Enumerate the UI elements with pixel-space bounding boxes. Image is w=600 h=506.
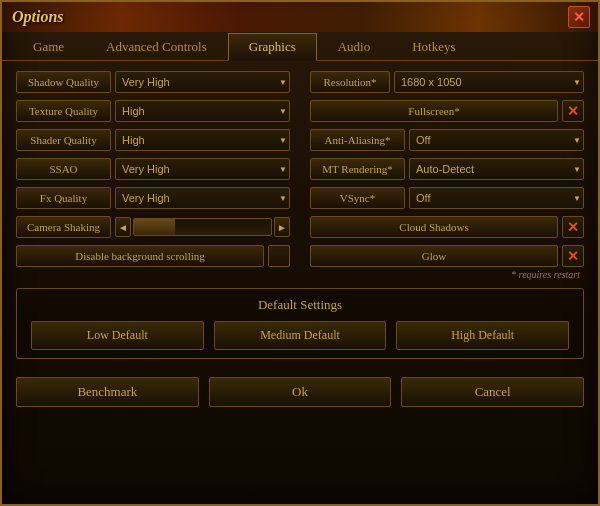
default-settings-title: Default Settings	[31, 297, 569, 313]
mt-rendering-select[interactable]: Auto-Detect	[409, 158, 584, 180]
anti-aliasing-select[interactable]: Off	[409, 129, 584, 151]
fx-quality-label: Fx Quality	[16, 187, 111, 209]
resolution-wrapper: 1680 x 1050	[394, 71, 584, 93]
slider-right-arrow[interactable]: ►	[274, 217, 290, 237]
shadow-quality-wrapper: Very High	[115, 71, 290, 93]
shader-quality-wrapper: High	[115, 129, 290, 151]
fx-quality-select[interactable]: Very High	[115, 187, 290, 209]
low-default-button[interactable]: Low Default	[31, 321, 204, 350]
bottom-buttons: Benchmark Ok Cancel	[2, 369, 598, 417]
anti-aliasing-row: Anti-Aliasing* Off	[310, 129, 584, 151]
anti-aliasing-label: Anti-Aliasing*	[310, 129, 405, 151]
glow-checkbox[interactable]: ✕	[562, 245, 584, 267]
tab-game[interactable]: Game	[12, 33, 85, 61]
bg-scrolling-label: Disable background scrolling	[16, 245, 264, 267]
ssao-select[interactable]: Very High	[115, 158, 290, 180]
mt-rendering-label: MT Rendering*	[310, 158, 405, 180]
settings-right-col: Resolution* 1680 x 1050 Fullscreen* ✕ An…	[310, 71, 584, 267]
bg-scrolling-checkbox[interactable]	[268, 245, 290, 267]
resolution-row: Resolution* 1680 x 1050	[310, 71, 584, 93]
default-buttons: Low Default Medium Default High Default	[31, 321, 569, 350]
default-settings-section: Default Settings Low Default Medium Defa…	[16, 288, 584, 359]
texture-quality-wrapper: High	[115, 100, 290, 122]
options-window: Options ✕ Game Advanced Controls Graphic…	[0, 0, 600, 506]
ssao-row: SSAO Very High	[16, 158, 290, 180]
high-default-button[interactable]: High Default	[396, 321, 569, 350]
texture-quality-select[interactable]: High	[115, 100, 290, 122]
anti-aliasing-wrapper: Off	[409, 129, 584, 151]
glow-row: Glow ✕	[310, 245, 584, 267]
resolution-select[interactable]: 1680 x 1050	[394, 71, 584, 93]
requires-restart-note: * requires restart	[16, 269, 584, 280]
camera-shaking-slider-wrapper: ◄ ►	[115, 217, 290, 237]
vsync-label: VSync*	[310, 187, 405, 209]
texture-quality-row: Texture Quality High	[16, 100, 290, 122]
vsync-wrapper: Off	[409, 187, 584, 209]
mt-rendering-row: MT Rendering* Auto-Detect	[310, 158, 584, 180]
settings-left-col: Shadow Quality Very High Texture Quality…	[16, 71, 290, 267]
medium-default-button[interactable]: Medium Default	[214, 321, 387, 350]
tab-hotkeys[interactable]: Hotkeys	[391, 33, 476, 61]
ssao-label: SSAO	[16, 158, 111, 180]
cancel-button[interactable]: Cancel	[401, 377, 584, 407]
settings-grid: Shadow Quality Very High Texture Quality…	[16, 71, 584, 267]
mt-rendering-wrapper: Auto-Detect	[409, 158, 584, 180]
camera-shaking-label: Camera Shaking	[16, 216, 111, 238]
tab-graphics[interactable]: Graphics	[228, 33, 317, 61]
window-title: Options	[12, 8, 64, 26]
shader-quality-row: Shader Quality High	[16, 129, 290, 151]
camera-shaking-row: Camera Shaking ◄ ►	[16, 216, 290, 238]
shadow-quality-label: Shadow Quality	[16, 71, 111, 93]
resolution-label: Resolution*	[310, 71, 390, 93]
slider-track[interactable]	[133, 218, 272, 236]
shader-quality-label: Shader Quality	[16, 129, 111, 151]
close-button[interactable]: ✕	[568, 6, 590, 28]
shadow-quality-row: Shadow Quality Very High	[16, 71, 290, 93]
slider-left-arrow[interactable]: ◄	[115, 217, 131, 237]
tabs-bar: Game Advanced Controls Graphics Audio Ho…	[2, 32, 598, 61]
title-bar: Options ✕	[2, 2, 598, 32]
fx-quality-wrapper: Very High	[115, 187, 290, 209]
bg-scrolling-row: Disable background scrolling	[16, 245, 290, 267]
glow-label: Glow	[310, 245, 558, 267]
texture-quality-label: Texture Quality	[16, 100, 111, 122]
cloud-shadows-checkbox[interactable]: ✕	[562, 216, 584, 238]
fx-quality-row: Fx Quality Very High	[16, 187, 290, 209]
slider-fill	[134, 219, 175, 235]
cloud-shadows-label: Cloud Shadows	[310, 216, 558, 238]
shadow-quality-select[interactable]: Very High	[115, 71, 290, 93]
ok-button[interactable]: Ok	[209, 377, 392, 407]
cloud-shadows-row: Cloud Shadows ✕	[310, 216, 584, 238]
shader-quality-select[interactable]: High	[115, 129, 290, 151]
tab-audio[interactable]: Audio	[317, 33, 392, 61]
ssao-wrapper: Very High	[115, 158, 290, 180]
tab-advanced-controls[interactable]: Advanced Controls	[85, 33, 228, 61]
fullscreen-row: Fullscreen* ✕	[310, 100, 584, 122]
benchmark-button[interactable]: Benchmark	[16, 377, 199, 407]
fullscreen-checkbox[interactable]: ✕	[562, 100, 584, 122]
vsync-row: VSync* Off	[310, 187, 584, 209]
fullscreen-label: Fullscreen*	[310, 100, 558, 122]
vsync-select[interactable]: Off	[409, 187, 584, 209]
content-area: Shadow Quality Very High Texture Quality…	[2, 61, 598, 369]
